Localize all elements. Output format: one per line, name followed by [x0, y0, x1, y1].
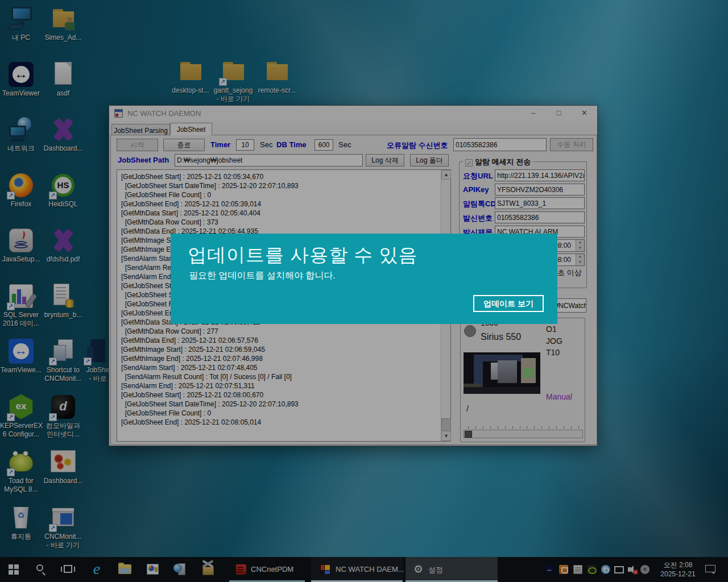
- view-update-button[interactable]: 업데이트 보기: [473, 295, 544, 312]
- update-dialog: 업데이트를 사용할 수 있음 필요한 업데이트를 설치해야 합니다. 업데이트 …: [171, 234, 557, 324]
- desktop-root: 내 PC↔TeamViewer네트워크↗FirefoxJavaSetup...↗…: [0, 0, 728, 582]
- update-dialog-title: 업데이트를 사용할 수 있음: [188, 243, 418, 268]
- update-dialog-subtitle: 필요한 업데이트를 설치해야 합니다.: [189, 270, 336, 282]
